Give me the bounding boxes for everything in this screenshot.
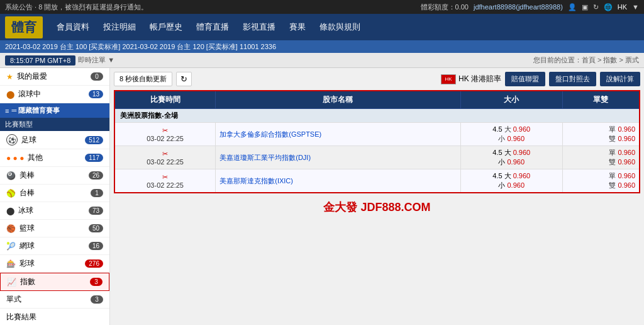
big-odds-1[interactable]: 0.960 [513,125,531,133]
index-icon: 📈 [7,278,16,287]
sidebar-item-hockey[interactable]: ⬤ 冰球 73 [0,202,109,220]
sidebar-item-favorites[interactable]: ★ 我的最愛 0 [0,68,109,86]
even-odds-3[interactable]: 0.960 [618,181,635,189]
odds-league-btn[interactable]: 賠值聯盟 [505,72,545,86]
nav-bar: 體育 會員資料 投注明細 帳戶歷史 體育直播 影視直播 賽果 條款與規則 [0,14,644,40]
sidebar-item-tennis[interactable]: 🎾 網球 16 [0,237,109,255]
sidebar-section-hide[interactable]: ≡ ═ 隱藏體育賽事 [0,103,109,118]
category-label: 美洲股票指數-全場 [114,109,640,123]
sub-bar: 8:15:07 PM GMT+8 即時注單 ▼ 您目前的位置：首頁 > 指數 >… [0,53,644,68]
tennis-count: 16 [89,242,103,250]
results-label: 比賽結果 [6,312,36,322]
star-icon: ★ [6,72,13,81]
scissors-icon-2: ✂ [162,150,168,157]
team-link-2[interactable]: 美嘉道瓊斯工業平均指數(DJI) [219,154,311,161]
team-link-1[interactable]: 加拿大多倫多綜合指數(GSPTSE) [219,130,321,138]
auto-refresh-label: 8 秒後自動更新 [114,72,172,86]
basketball-count: 50 [89,224,103,232]
soccer-icon: ⚽ [6,134,18,145]
col-time: 比賽時間 [114,91,216,109]
odd-label-2: 單 [609,149,616,156]
odds-calc-btn[interactable]: 說解計算 [600,72,640,86]
other-label-text: 其他 [28,152,43,163]
even-odds-1[interactable]: 0.960 [618,135,635,142]
region-selector[interactable]: HK HK 港港賠率 [441,74,501,84]
sidebar-item-live[interactable]: ⬤ 滾球中 13 [0,86,109,103]
refresh-button[interactable]: ↻ [176,72,192,86]
sidebar-item-soccer[interactable]: ⚽ 足球 512 [0,131,109,149]
even-label-2: 雙 [609,158,616,166]
even-label-1: 雙 [609,135,616,142]
odds-compare-btn[interactable]: 盤口對照去 [549,72,596,86]
region-label: HK 港港賠率 [458,74,501,84]
controls-left: 8 秒後自動更新 ↻ [114,72,192,86]
col-odd-even: 單雙 [562,91,640,109]
nav-results[interactable]: 賽果 [283,16,312,38]
favorites-count: 0 [91,72,103,81]
col-size: 大小 [460,91,562,109]
current-time: 8:15:07 PM GMT+8 [5,55,75,66]
col-name: 股市名稱 [216,91,460,109]
person-icon: 👤 [568,3,577,11]
sidebar-item-basketball[interactable]: 🏀 籃球 50 [0,220,109,237]
table-row: ✂ 03-02 22:25 美嘉那斯達克指數(IXIC) 4.5 大 0.960… [114,169,640,193]
content-area: 8 秒後自動更新 ↻ HK HK 港港賠率 賠值聯盟 盤口對照去 說解計算 比賽… [110,68,644,325]
sidebar-item-lottery[interactable]: 🎰 彩球 276 [0,255,109,273]
index-count: 3 [90,278,103,286]
sidebar-item-results[interactable]: 比賽結果 [0,309,109,325]
bet-table: 比賽時間 股市名稱 大小 單雙 美洲股票指數-全場 ✂ 03-02 22:25 [114,90,640,193]
bet-slip-dropdown[interactable]: 即時注單 ▼ [78,55,114,65]
big-odds-3[interactable]: 0.960 [513,172,531,180]
tennis-label: 網球 [19,241,35,251]
nav-history[interactable]: 帳戶歷史 [143,16,189,38]
match-name-3: 美嘉那斯達克指數(IXIC) [216,169,460,193]
section-icon: ≡ [5,107,9,115]
basketball-label: 籃球 [19,223,35,234]
nav-bet-detail[interactable]: 投注明細 [97,16,142,38]
main-layout: ★ 我的最愛 0 ⬤ 滾球中 13 ≡ ═ 隱藏體育賽事 比賽類型 ⚽ 足球 5… [0,68,644,325]
team-link-3[interactable]: 美嘉那斯達克指數(IXIC) [219,177,293,185]
sidebar-item-tw-baseball[interactable]: 🥎 台棒 1 [0,185,109,202]
sidebar-item-single[interactable]: 單式 3 [0,291,109,309]
caret-down-icon[interactable]: ▼ [632,3,639,11]
small-odds-2[interactable]: 0.960 [507,158,525,166]
lottery-icon: 🎰 [6,259,16,268]
refresh-icon[interactable]: ↻ [593,3,599,11]
ou-cell-2: 4.5 大 0.960 小 0.960 [460,146,562,169]
sidebar-item-other[interactable]: ● ● ● 其他 ● ● ● 其他 117 [0,149,109,167]
index-label: 指數 [20,277,35,287]
tennis-icon: 🎾 [6,242,16,251]
nav-sport-live[interactable]: 體育直播 [190,16,235,38]
odd-even-cell-3: 單 0.960 雙 0.960 [562,169,640,193]
odd-odds-1[interactable]: 0.960 [618,125,635,133]
small-label-1: 小 [498,135,505,142]
sidebar-item-us-baseball[interactable]: 🎱 美棒 26 [0,167,109,185]
box-icon: ▣ [582,3,588,11]
hockey-count: 73 [89,207,103,215]
small-label-2: 小 [498,158,505,166]
even-odds-2[interactable]: 0.960 [618,158,635,166]
nav-member[interactable]: 會員資料 [50,16,96,38]
lang-label: HK [618,3,627,11]
odd-even-cell-1: 單 0.960 雙 0.960 [562,123,640,146]
nav-video-live[interactable]: 影視直播 [236,16,282,38]
big-odds-2[interactable]: 0.960 [513,149,531,156]
odd-odds-3[interactable]: 0.960 [618,172,635,180]
odd-odds-2[interactable]: 0.960 [618,149,635,156]
small-label-3: 小 [498,181,505,189]
us-baseball-icon: 🎱 [6,171,16,180]
even-label-3: 雙 [609,181,616,189]
lottery-count: 276 [85,259,103,268]
small-odds-3[interactable]: 0.960 [507,181,525,189]
small-odds-1[interactable]: 0.960 [507,135,525,142]
hk-flag: HK [441,74,456,84]
favorites-label: 我的最愛 [17,71,47,82]
lottery-label: 彩球 [19,258,35,269]
other-count: 117 [85,154,103,162]
top-bar-announcement: 系統公告 · 8 開放，被強烈有延遲提身行通知。 [5,3,148,12]
sidebar-item-index[interactable]: 📈 指數 3 [0,273,109,291]
us-baseball-label: 美棒 [19,170,35,181]
hockey-label: 冰球 [18,205,33,216]
top-bar: 系統公告 · 8 開放，被強烈有延遲提身行通知。 體彩額度：0.00 jdfhe… [0,0,644,14]
nav-terms[interactable]: 條款與規則 [313,16,367,38]
